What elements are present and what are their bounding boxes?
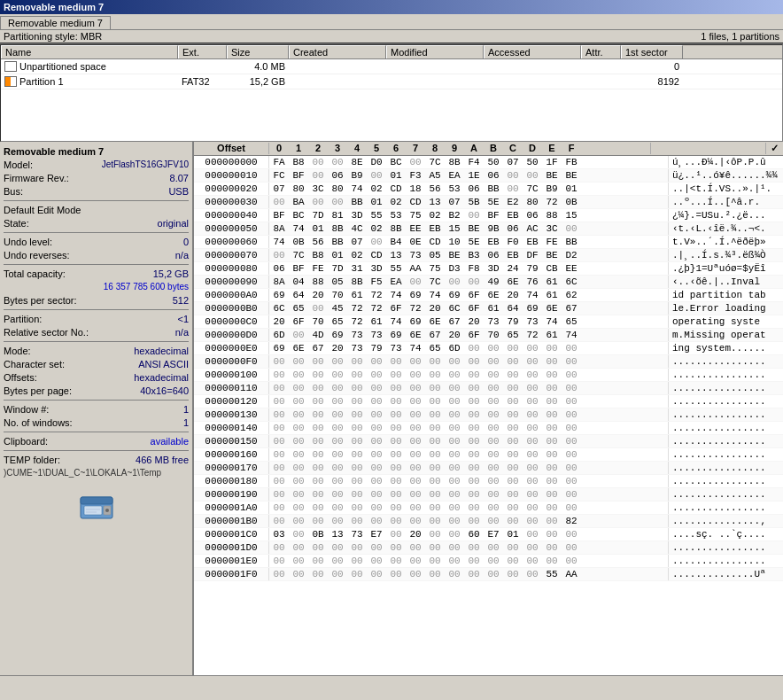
hex-byte[interactable]: 00 xyxy=(503,515,523,527)
hex-byte[interactable]: 4D xyxy=(308,329,328,341)
hex-byte[interactable]: 00 xyxy=(386,568,406,580)
hex-byte[interactable]: CD xyxy=(406,196,425,208)
hex-byte[interactable]: 00 xyxy=(542,342,562,354)
hex-byte[interactable]: 00 xyxy=(425,515,445,527)
hex-byte[interactable]: 00 xyxy=(425,475,445,487)
hex-byte[interactable]: 00 xyxy=(347,555,367,567)
hex-byte[interactable]: 9B xyxy=(484,222,503,235)
hex-row[interactable]: 0000001100000000000000000000000000000000… xyxy=(194,382,783,395)
hex-byte[interactable]: F3 xyxy=(406,169,425,182)
hex-byte[interactable]: 00 xyxy=(269,435,289,447)
hex-byte[interactable]: 6D xyxy=(269,329,289,341)
hex-byte[interactable]: 00 xyxy=(445,355,464,368)
hex-byte[interactable]: 61 xyxy=(367,315,386,328)
hex-byte[interactable]: FB xyxy=(562,156,581,168)
col-modified[interactable]: Modified xyxy=(386,45,484,58)
hex-byte[interactable]: 6F xyxy=(464,289,484,301)
hex-byte[interactable]: 00 xyxy=(425,422,445,434)
hex-row[interactable]: 000000010FCBF0006B90001F3A5EA1E060000BEB… xyxy=(194,169,783,183)
hex-byte[interactable]: 00 xyxy=(503,502,523,514)
hex-byte[interactable]: CD xyxy=(425,236,445,248)
hex-byte[interactable]: CD xyxy=(367,249,386,261)
hex-byte[interactable]: 00 xyxy=(367,488,386,501)
hex-byte[interactable]: 04 xyxy=(289,276,308,288)
hex-byte[interactable]: 00 xyxy=(308,169,328,182)
hex-byte[interactable]: 74 xyxy=(269,236,289,248)
hex-byte[interactable]: 00 xyxy=(406,555,425,567)
hex-byte[interactable]: F5 xyxy=(367,276,386,288)
hex-row[interactable]: 000000040BFBC7D813D55537502B200BFEB06881… xyxy=(194,209,783,222)
hex-byte[interactable]: 00 xyxy=(445,475,464,487)
hex-byte[interactable]: 07 xyxy=(269,183,289,195)
hex-byte[interactable]: 31 xyxy=(347,262,367,275)
hex-byte[interactable]: 00 xyxy=(562,502,581,514)
hex-byte[interactable]: 61 xyxy=(347,289,367,301)
hex-byte[interactable]: 7C xyxy=(425,276,445,288)
hex-row[interactable]: 0000000F00000000000000000000000000000000… xyxy=(194,355,783,369)
hex-byte[interactable]: 00 xyxy=(328,462,347,474)
hex-byte[interactable]: 06 xyxy=(328,169,347,182)
hex-byte[interactable]: FE xyxy=(542,236,562,248)
hex-byte[interactable]: 64 xyxy=(289,289,308,301)
hex-byte[interactable]: 00 xyxy=(406,515,425,527)
hex-byte[interactable]: 00 xyxy=(562,369,581,381)
hex-byte[interactable]: 00 xyxy=(425,502,445,514)
hex-byte[interactable]: 5E xyxy=(484,196,503,208)
hex-byte[interactable]: 00 xyxy=(542,462,562,474)
hex-row[interactable]: 0000000A0696420706172746974696F6E2074616… xyxy=(194,289,783,302)
hex-byte[interactable]: 00 xyxy=(328,395,347,408)
hex-byte[interactable]: 64 xyxy=(503,302,523,315)
hex-byte[interactable]: 00 xyxy=(308,196,328,208)
hex-byte[interactable]: 00 xyxy=(464,555,484,567)
hex-byte[interactable]: 3C xyxy=(542,222,562,235)
hex-byte[interactable]: 00 xyxy=(406,422,425,434)
hex-byte[interactable]: 00 xyxy=(562,448,581,461)
hex-byte[interactable]: 80 xyxy=(523,196,542,208)
hex-byte[interactable]: 00 xyxy=(328,515,347,527)
hex-byte[interactable]: 65 xyxy=(503,329,523,341)
hex-byte[interactable]: 6E xyxy=(484,289,503,301)
hex-byte[interactable]: 00 xyxy=(289,448,308,461)
col-size[interactable]: Size xyxy=(227,45,289,58)
hex-byte[interactable]: 00 xyxy=(308,448,328,461)
hex-byte[interactable]: 00 xyxy=(523,448,542,461)
hex-byte[interactable]: 00 xyxy=(503,448,523,461)
hex-byte[interactable]: 13 xyxy=(328,528,347,541)
hex-row[interactable]: 0000001700000000000000000000000000000000… xyxy=(194,462,783,475)
hex-byte[interactable]: 00 xyxy=(386,515,406,527)
hex-byte[interactable]: 00 xyxy=(289,329,308,341)
hex-byte[interactable]: 73 xyxy=(367,329,386,341)
hex-byte[interactable]: 72 xyxy=(347,315,367,328)
hex-byte[interactable]: 73 xyxy=(347,528,367,541)
hex-byte[interactable]: 6D xyxy=(445,342,464,354)
hex-byte[interactable]: 00 xyxy=(464,395,484,408)
hex-byte[interactable]: 00 xyxy=(503,435,523,447)
hex-byte[interactable]: 00 xyxy=(406,382,425,394)
hex-byte[interactable]: 00 xyxy=(386,528,406,541)
hex-byte[interactable]: 10 xyxy=(445,236,464,248)
hex-byte[interactable]: 00 xyxy=(289,541,308,554)
hex-byte[interactable]: 69 xyxy=(269,289,289,301)
hex-byte[interactable]: 81 xyxy=(328,209,347,222)
hex-byte[interactable]: 20 xyxy=(308,289,328,301)
hex-byte[interactable]: 00 xyxy=(464,435,484,447)
hex-byte[interactable]: 00 xyxy=(269,196,289,208)
hex-byte[interactable]: 00 xyxy=(406,541,425,554)
hex-byte[interactable]: 00 xyxy=(289,528,308,541)
hex-row[interactable]: 0000001600000000000000000000000000000000… xyxy=(194,448,783,462)
hex-byte[interactable]: 00 xyxy=(542,528,562,541)
hex-row[interactable]: 0000001B00000000000000000000000000000008… xyxy=(194,515,783,528)
hex-byte[interactable]: EE xyxy=(562,262,581,275)
hex-byte[interactable]: 00 xyxy=(542,541,562,554)
hex-byte[interactable]: 00 xyxy=(367,568,386,580)
hex-byte[interactable]: 00 xyxy=(484,408,503,421)
hex-byte[interactable]: 00 xyxy=(289,502,308,514)
hex-row[interactable]: 0000001300000000000000000000000000000000… xyxy=(194,408,783,422)
hex-byte[interactable]: 00 xyxy=(484,502,503,514)
col-name[interactable]: Name xyxy=(1,45,178,58)
hex-byte[interactable]: 79 xyxy=(523,262,542,275)
hex-byte[interactable]: F0 xyxy=(503,236,523,248)
hex-row[interactable]: 0000001E00000000000000000000000000000000… xyxy=(194,555,783,568)
hex-byte[interactable]: 00 xyxy=(367,435,386,447)
hex-byte[interactable]: 00 xyxy=(328,156,347,168)
